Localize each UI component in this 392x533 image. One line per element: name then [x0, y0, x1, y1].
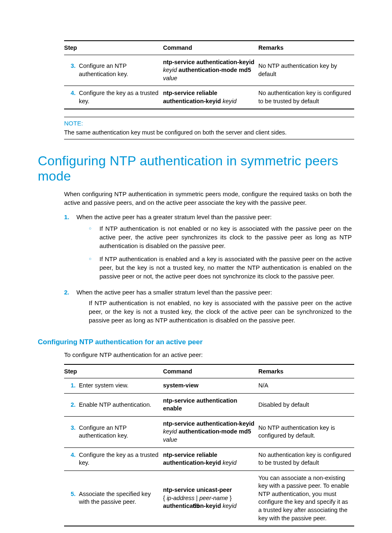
bullet-icon: ○ — [89, 224, 99, 250]
command-cell: ntp-service reliable authentication-keyi… — [163, 86, 258, 109]
step-text: Enable NTP authentication. — [79, 401, 161, 409]
config-table-1: Step Command Remarks 3. Configure an NTP… — [64, 40, 354, 109]
command-cell: ntp-service authentication-keyid keyid a… — [163, 416, 258, 447]
step-number: 3. — [64, 62, 79, 70]
remarks-cell: No NTP authentication key is configured … — [258, 416, 354, 447]
sublist-text: If NTP authentication is not enabled or … — [99, 224, 352, 250]
step-number: 4. — [64, 451, 79, 459]
th-step: Step — [64, 364, 163, 378]
table-row: 3. Configure an NTP authentication key. … — [64, 55, 354, 86]
remarks-cell: You can associate a non-existing key wit… — [258, 470, 354, 526]
remarks-cell: No authentication key is configured to b… — [258, 447, 354, 470]
section-heading: Configuring NTP authentication in symmet… — [38, 153, 352, 184]
step-text: Configure an NTP authentication key. — [79, 424, 161, 440]
table-row: 2. Enable NTP authentication. ntp-servic… — [64, 393, 354, 416]
remarks-cell: Disabled by default — [258, 393, 354, 416]
command-cell: ntp-service unicast-peer { ip-address | … — [163, 470, 258, 526]
step-number: 2. — [64, 401, 79, 409]
step-text: Configure the key as a trusted key. — [79, 89, 161, 105]
command-cell: ntp-service authentication-keyid keyid a… — [163, 55, 258, 86]
list-text: When the active peer has a greater strat… — [76, 213, 272, 220]
step-text: Configure the key as a trusted key. — [79, 451, 161, 467]
sublist-text: If NTP authentication is enabled and a k… — [99, 255, 352, 281]
lead-paragraph: To configure NTP authentication for an a… — [64, 350, 352, 359]
note-label: NOTE: — [64, 117, 354, 128]
subsection-heading: Configuring NTP authentication for an ac… — [38, 338, 352, 346]
table-row: 3. Configure an NTP authentication key. … — [64, 416, 354, 447]
page-number: 65 — [0, 503, 392, 509]
th-step: Step — [64, 41, 163, 55]
th-command: Command — [163, 364, 258, 378]
th-command: Command — [163, 41, 258, 55]
intro-paragraph: When configuring NTP authentication in s… — [64, 190, 352, 207]
remarks-cell: N/A — [258, 378, 354, 394]
table-row: 5. Associate the specified key with the … — [64, 470, 354, 526]
command-cell: ntp-service authentication enable — [163, 393, 258, 416]
note-box: NOTE: The same authentication key must b… — [64, 117, 354, 139]
remarks-cell: No NTP authentication key by default — [258, 55, 354, 86]
step-number: 3. — [64, 424, 79, 432]
step-number: 1. — [64, 382, 79, 390]
command-cell: ntp-service reliable authentication-keyi… — [163, 447, 258, 470]
th-remarks: Remarks — [258, 364, 354, 378]
step-text: Enter system view. — [79, 382, 161, 390]
list-number: 1. — [64, 213, 76, 285]
config-table-2: Step Command Remarks 1. Enter system vie… — [64, 364, 354, 526]
list-number: 2. — [64, 288, 76, 329]
list-text: When the active peer has a smaller strat… — [76, 289, 272, 296]
step-number: 4. — [64, 89, 79, 97]
step-number: 5. — [64, 490, 79, 498]
bullet-icon: ○ — [89, 255, 99, 281]
table-row: 4. Configure the key as a trusted key. n… — [64, 447, 354, 470]
remarks-cell: No authentication key is configured to b… — [258, 86, 354, 109]
th-remarks: Remarks — [258, 41, 354, 55]
table-row: 4. Configure the key as a trusted key. n… — [64, 86, 354, 109]
followup-paragraph: If NTP authentication is not enabled, no… — [89, 299, 352, 325]
table-row: 1. Enter system view. system-view N/A — [64, 378, 354, 394]
command-cell: system-view — [163, 378, 258, 394]
note-body: The same authentication key must be conf… — [64, 128, 354, 139]
step-text: Configure an NTP authentication key. — [79, 62, 161, 78]
ordered-list: 1. When the active peer has a greater st… — [64, 213, 352, 329]
